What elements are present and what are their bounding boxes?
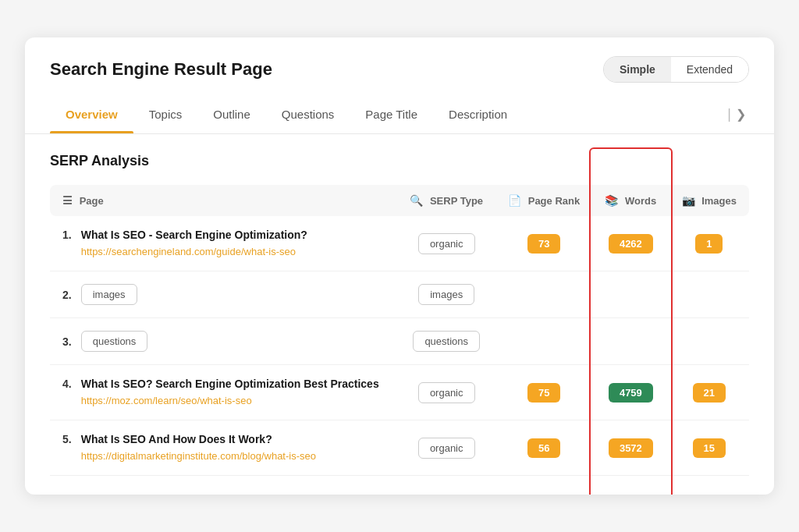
cell-page-rank xyxy=(495,318,592,365)
row-content: What Is SEO - Search Engine Optimization… xyxy=(81,229,307,258)
cell-words: 4262 xyxy=(592,216,669,271)
cell-page: 1. What Is SEO - Search Engine Optimizat… xyxy=(50,216,397,271)
row-number: 3. xyxy=(62,335,72,348)
cell-page-rank xyxy=(495,271,592,318)
row-content: What Is SEO And How Does It Work? https:… xyxy=(81,433,316,463)
table-row: 3. questions questions xyxy=(50,318,749,365)
row-number: 2. xyxy=(62,289,72,301)
th-serp-type: 🔍 SERP Type xyxy=(397,185,495,216)
cell-words: 4759 xyxy=(592,365,669,420)
row-title: What Is SEO - Search Engine Optimization… xyxy=(81,229,307,241)
cell-page-rank: 75 xyxy=(495,365,592,420)
row-url[interactable]: https://moz.com/learn/seo/what-is-seo xyxy=(81,395,252,406)
row-type-badge: questions xyxy=(81,331,148,352)
tab-description[interactable]: Description xyxy=(433,97,523,132)
tab-questions[interactable]: Questions xyxy=(266,97,350,132)
row-content: What Is SEO? Search Engine Optimization … xyxy=(81,378,379,407)
serp-type-badge: questions xyxy=(413,331,480,352)
tab-outline[interactable]: Outline xyxy=(197,97,266,132)
section-title: SERP Analysis xyxy=(50,153,749,169)
table-row: 1. What Is SEO - Search Engine Optimizat… xyxy=(50,216,749,271)
cell-page-rank: 56 xyxy=(495,420,592,476)
cell-words: 3572 xyxy=(592,420,669,476)
serp-type-badge: organic xyxy=(418,382,475,403)
rank-icon: 📄 xyxy=(508,194,521,207)
row-number: 4. xyxy=(62,378,72,390)
view-toggle: Simple Extended xyxy=(603,56,749,83)
search-icon: 🔍 xyxy=(410,194,423,207)
tab-bar: Overview Topics Outline Questions Page T… xyxy=(25,95,774,134)
table-row: 4. What Is SEO? Search Engine Optimizati… xyxy=(50,365,749,420)
row-title: What Is SEO And How Does It Work? xyxy=(81,433,316,445)
th-images: 📷 Images xyxy=(669,185,749,216)
cell-images xyxy=(669,271,749,318)
chevron-right-icon: ❯ xyxy=(736,107,746,122)
page-rank-badge: 75 xyxy=(527,383,560,403)
tab-more[interactable]: | ❯ xyxy=(724,95,749,133)
divider-icon: | xyxy=(727,106,731,122)
simple-toggle-button[interactable]: Simple xyxy=(604,57,671,82)
row-url[interactable]: https://searchengineland.com/guide/what-… xyxy=(81,246,296,257)
cell-page: 4. What Is SEO? Search Engine Optimizati… xyxy=(50,365,397,420)
serp-table: ☰ Page 🔍 SERP Type 📄 Page Rank xyxy=(50,185,749,476)
cell-page: 5. What Is SEO And How Does It Work? htt… xyxy=(50,420,397,476)
th-page-rank: 📄 Page Rank xyxy=(495,185,592,216)
words-badge: 4759 xyxy=(609,383,653,403)
table-wrapper: ☰ Page 🔍 SERP Type 📄 Page Rank xyxy=(50,185,749,476)
images-badge: 1 xyxy=(695,234,723,254)
table-header-row: ☰ Page 🔍 SERP Type 📄 Page Rank xyxy=(50,185,749,216)
tab-overview[interactable]: Overview xyxy=(50,97,133,132)
cell-serp-type: organic xyxy=(397,365,495,420)
cell-page: 2. images xyxy=(50,271,397,318)
cell-images xyxy=(669,318,749,365)
serp-type-badge: organic xyxy=(418,233,475,254)
cell-images: 15 xyxy=(669,420,749,476)
serp-analysis-section: SERP Analysis ☰ Page 🔍 SERP Type xyxy=(25,134,774,495)
row-title: What Is SEO? Search Engine Optimization … xyxy=(81,378,379,390)
page-rank-badge: 73 xyxy=(527,234,560,254)
row-url[interactable]: https://digitalmarketinginstitute.com/bl… xyxy=(81,450,316,462)
words-icon: 📚 xyxy=(605,194,618,207)
page-rank-badge: 56 xyxy=(527,438,560,458)
cell-serp-type: images xyxy=(397,271,495,318)
th-words: 📚 Words xyxy=(592,185,669,216)
cell-page: 3. questions xyxy=(50,318,397,365)
th-page: ☰ Page xyxy=(50,185,397,216)
cell-serp-type: questions xyxy=(397,318,495,365)
cell-words xyxy=(592,318,669,365)
extended-toggle-button[interactable]: Extended xyxy=(671,57,748,82)
images-badge: 15 xyxy=(693,438,726,458)
tab-topics[interactable]: Topics xyxy=(133,97,198,132)
row-number: 5. xyxy=(62,433,72,445)
words-badge: 3572 xyxy=(609,438,653,458)
row-type-badge: images xyxy=(81,284,137,305)
serp-type-badge: images xyxy=(418,284,474,305)
list-icon: ☰ xyxy=(62,194,73,207)
tab-page-title[interactable]: Page Title xyxy=(350,97,433,132)
main-card: Search Engine Result Page Simple Extende… xyxy=(25,37,774,495)
page-header: Search Engine Result Page Simple Extende… xyxy=(25,37,774,83)
table-row: 5. What Is SEO And How Does It Work? htt… xyxy=(50,420,749,476)
cell-serp-type: organic xyxy=(397,216,495,271)
page-title: Search Engine Result Page xyxy=(50,59,272,80)
cell-serp-type: organic xyxy=(397,420,495,476)
serp-type-badge: organic xyxy=(418,438,475,459)
words-badge: 4262 xyxy=(609,234,653,254)
row-number: 1. xyxy=(62,229,72,241)
cell-words xyxy=(592,271,669,318)
table-row: 2. images images xyxy=(50,271,749,318)
images-icon: 📷 xyxy=(682,194,695,207)
cell-images: 1 xyxy=(669,216,749,271)
cell-page-rank: 73 xyxy=(495,216,592,271)
cell-images: 21 xyxy=(669,365,749,420)
images-badge: 21 xyxy=(693,383,726,403)
